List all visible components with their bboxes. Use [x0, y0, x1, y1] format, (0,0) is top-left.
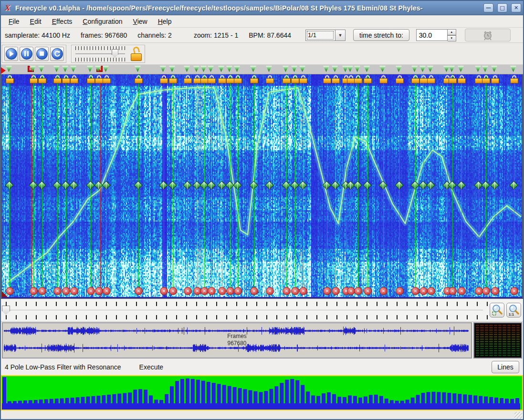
slice-triangle-icon[interactable] [283, 66, 289, 72]
slice-lock-icon[interactable] [53, 75, 62, 83]
slice-triangle-icon[interactable] [379, 66, 386, 72]
slice-delete-icon[interactable] [169, 287, 177, 295]
playhead-flag-icon[interactable] [1, 67, 6, 74]
slice-lock-icon[interactable] [449, 75, 457, 83]
slice-triangle-icon[interactable] [208, 66, 214, 72]
slice-triangle-icon[interactable] [411, 66, 418, 72]
slice-delete-icon[interactable] [354, 287, 362, 295]
slice-delete-icon[interactable] [184, 287, 192, 295]
slice-lock-icon[interactable] [184, 75, 192, 83]
slice-triangle-icon[interactable] [234, 66, 240, 72]
menu-configuration[interactable]: Configuration [78, 16, 127, 27]
loop-button[interactable] [50, 47, 64, 61]
slice-triangle-icon[interactable] [299, 66, 305, 72]
slice-triangle-icon[interactable] [218, 66, 224, 72]
slice-triangle-icon[interactable] [226, 66, 232, 72]
slice-triangle-icon[interactable] [482, 66, 488, 72]
slice-lock-icon[interactable] [234, 75, 242, 83]
spin-down-icon[interactable]: ▼ [448, 35, 456, 41]
slice-triangle-icon[interactable] [200, 66, 207, 72]
slice-delete-icon[interactable] [208, 287, 216, 295]
slice-delete-icon[interactable] [234, 287, 242, 295]
slice-delete-icon[interactable] [62, 287, 70, 295]
slice-delete-icon[interactable] [38, 287, 46, 295]
slider-handle[interactable] [112, 49, 118, 58]
slice-lock-icon[interactable] [226, 75, 234, 83]
chevron-down-icon[interactable]: ▼ [335, 30, 346, 41]
pause-button[interactable] [20, 47, 33, 61]
resize-grip-icon[interactable] [514, 412, 522, 419]
slice-lock-icon[interactable] [87, 75, 95, 83]
slice-lock-icon[interactable] [169, 75, 177, 83]
execute-link[interactable]: Execute [139, 363, 164, 371]
slice-delete-icon[interactable] [332, 287, 340, 295]
slice-triangle-icon[interactable] [396, 66, 402, 72]
slice-lock-icon[interactable] [491, 75, 499, 83]
slice-delete-icon[interactable] [379, 287, 388, 295]
slice-delete-icon[interactable] [6, 287, 14, 295]
slice-lock-icon[interactable] [70, 75, 78, 83]
slice-lock-icon[interactable] [160, 75, 168, 83]
slice-delete-icon[interactable] [411, 287, 419, 295]
slice-triangle-icon[interactable] [135, 66, 141, 72]
slice-lock-icon[interactable] [299, 75, 307, 83]
slice-delete-icon[interactable] [266, 287, 274, 295]
menu-view[interactable]: View [128, 16, 152, 27]
padlock-open-icon[interactable] [130, 47, 143, 61]
slice-triangle-icon[interactable] [87, 66, 93, 72]
slice-lock-icon[interactable] [411, 75, 419, 83]
slice-lock-icon[interactable] [208, 75, 216, 83]
slice-delete-icon[interactable] [396, 287, 404, 295]
slice-lock-icon[interactable] [427, 75, 435, 83]
slice-triangle-icon[interactable] [6, 66, 12, 72]
slice-delete-icon[interactable] [458, 287, 466, 295]
slice-delete-icon[interactable] [299, 287, 307, 295]
slice-triangle-icon[interactable] [475, 66, 481, 72]
slice-delete-icon[interactable] [53, 287, 62, 295]
slice-triangle-icon[interactable] [332, 66, 338, 72]
stretch-value-field[interactable] [416, 29, 448, 41]
menu-help[interactable]: Help [153, 16, 177, 27]
slice-lock-icon[interactable] [95, 75, 103, 83]
slice-triangle-icon[interactable] [70, 66, 76, 72]
slice-delete-icon[interactable] [95, 287, 103, 295]
slice-delete-icon[interactable] [323, 287, 331, 295]
waveform-overview[interactable]: Frames 967680 [2, 322, 472, 359]
slice-triangle-icon[interactable] [419, 66, 426, 72]
slice-lock-icon[interactable] [354, 75, 362, 83]
fraction-value[interactable]: 1/1 [305, 30, 335, 41]
lines-button[interactable]: Lines [492, 361, 519, 373]
slice-lock-icon[interactable] [38, 75, 46, 83]
slice-delete-icon[interactable] [218, 287, 226, 295]
fraction-select[interactable]: 1/1 ▼ [305, 30, 346, 41]
slice-lock-icon[interactable] [419, 75, 428, 83]
minimize-button[interactable]: — [483, 3, 493, 12]
slice-triangle-icon[interactable] [38, 66, 44, 72]
slice-triangle-icon[interactable] [458, 66, 464, 72]
slice-lock-icon[interactable] [218, 75, 226, 83]
position-handle[interactable] [2, 306, 10, 315]
slice-delete-icon[interactable] [364, 287, 372, 295]
slice-lock-icon[interactable] [510, 75, 518, 83]
zoom-selection-button[interactable] [490, 303, 504, 318]
slice-delete-icon[interactable] [491, 287, 499, 295]
slice-triangle-icon[interactable] [103, 66, 109, 72]
slice-delete-icon[interactable] [103, 287, 111, 295]
stretch-spinbox[interactable]: ▲ ▼ [416, 29, 456, 41]
slice-lock-icon[interactable] [6, 75, 14, 83]
time-stretch-button[interactable]: time stretch to: [353, 29, 409, 41]
zoom-one-to-one-button[interactable]: 1:1 [506, 303, 521, 318]
slice-delete-icon[interactable] [30, 287, 38, 295]
slice-triangle-icon[interactable] [266, 66, 272, 72]
envelope-editor[interactable] [1, 375, 523, 410]
close-button[interactable]: ✕ [511, 3, 521, 12]
slice-triangle-icon[interactable] [354, 66, 360, 72]
slice-lock-icon[interactable] [396, 75, 404, 83]
slice-triangle-icon[interactable] [291, 66, 297, 72]
slice-triangle-icon[interactable] [364, 66, 370, 72]
spin-up-icon[interactable]: ▲ [448, 29, 456, 35]
slice-lock-icon[interactable] [62, 75, 70, 83]
slice-delete-icon[interactable] [160, 287, 168, 295]
maximize-button[interactable]: □ [497, 3, 507, 12]
slice-triangle-icon[interactable] [53, 66, 60, 72]
